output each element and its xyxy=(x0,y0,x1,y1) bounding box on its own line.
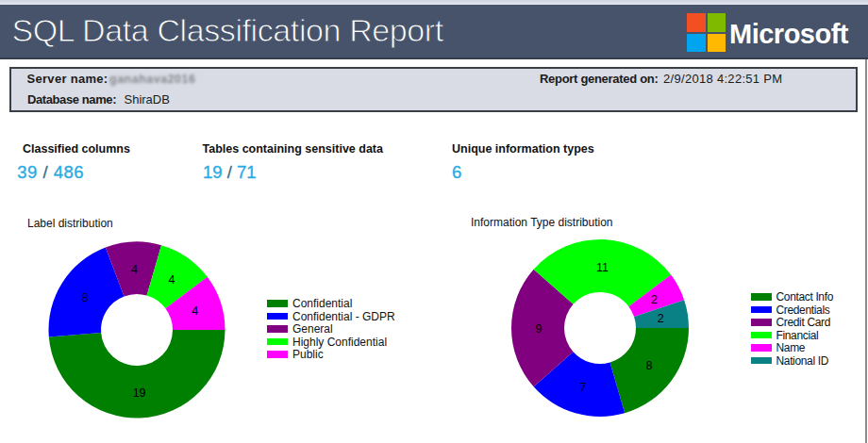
svg-text:9: 9 xyxy=(536,322,542,336)
svg-text:19: 19 xyxy=(133,386,146,400)
svg-text:8: 8 xyxy=(646,359,653,372)
svg-text:4: 4 xyxy=(131,263,138,276)
svg-text:4: 4 xyxy=(192,304,198,318)
svg-text:7: 7 xyxy=(579,381,586,394)
svg-text:11: 11 xyxy=(596,261,609,274)
svg-text:2: 2 xyxy=(658,312,664,325)
svg-text:2: 2 xyxy=(651,293,658,306)
svg-text:4: 4 xyxy=(168,273,175,287)
svg-text:8: 8 xyxy=(82,291,89,304)
